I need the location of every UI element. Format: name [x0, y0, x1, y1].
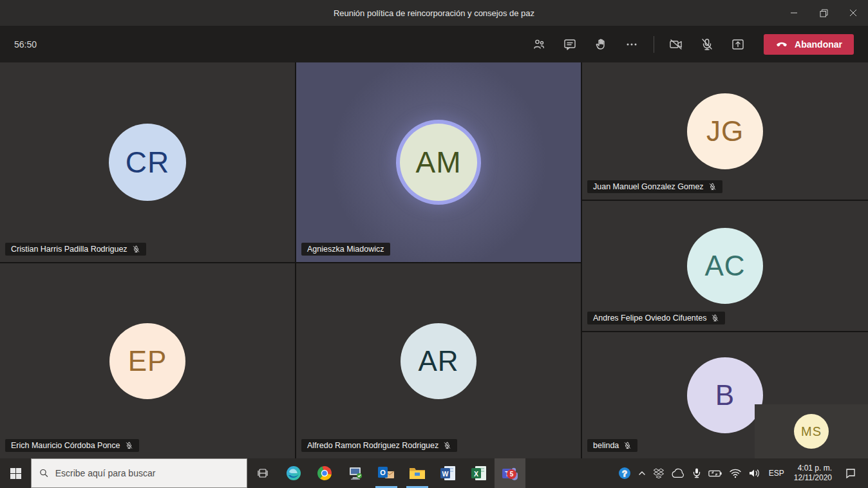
search-input[interactable]	[55, 468, 239, 478]
word-icon: W	[440, 465, 457, 482]
taskbar-word[interactable]: W	[433, 458, 464, 488]
raise-hand-button[interactable]	[585, 32, 616, 57]
taskbar-teams[interactable]: T 5	[495, 458, 525, 488]
mic-toggle-button[interactable]	[692, 32, 722, 57]
outlook-icon: O	[377, 465, 395, 482]
share-screen-button[interactable]	[722, 32, 753, 57]
avatar-initials: B	[715, 379, 735, 411]
mic-muted-icon	[132, 245, 140, 254]
avatar-initials: JG	[706, 115, 744, 147]
avatar-initials: AM	[416, 145, 462, 180]
avatar-initials: AR	[418, 345, 458, 377]
restore-button[interactable]	[809, 0, 838, 26]
avatar-initials: AC	[704, 250, 745, 282]
participant-name-label: Alfredo Ramon Rodriguez Rodriguez	[301, 439, 457, 452]
svg-text:W: W	[442, 470, 449, 478]
chrome-icon	[316, 465, 333, 482]
more-options-button[interactable]	[616, 32, 647, 57]
taskbar-chrome[interactable]	[309, 458, 340, 488]
mic-muted-icon	[711, 314, 719, 323]
dropbox-tray-icon[interactable]	[650, 458, 668, 488]
participant-name-label: Andres Felipe Oviedo Cifuentes	[587, 312, 725, 324]
avatar-initials: EP	[128, 345, 167, 377]
meeting-title: Reunión política de reincorporación y co…	[0, 8, 779, 18]
taskbar-computer[interactable]	[340, 458, 371, 488]
chevron-up-icon	[637, 469, 646, 478]
windows-logo-icon	[10, 468, 21, 479]
volume-tray-icon[interactable]	[745, 458, 764, 488]
participant-name-label: belinda	[587, 439, 637, 452]
toolbar-divider	[654, 36, 654, 53]
call-toolbar: 56:50	[0, 26, 868, 62]
mic-muted-icon	[443, 442, 451, 450]
title-bar: Reunión política de reincorporación y co…	[0, 0, 868, 26]
hang-up-icon	[775, 38, 788, 51]
taskbar-edge[interactable]	[278, 458, 309, 488]
wifi-tray-icon[interactable]	[726, 458, 745, 488]
taskbar-excel[interactable]: X	[464, 458, 495, 488]
system-tray: ?	[615, 458, 868, 488]
excel-icon: X	[471, 465, 487, 482]
svg-text:X: X	[474, 470, 478, 478]
chat-button[interactable]	[554, 32, 585, 57]
dropbox-icon	[653, 467, 665, 479]
participant-name-label: Cristian Harris Padilla Rodriguez	[5, 243, 146, 256]
share-screen-icon	[730, 37, 746, 52]
participant-name-label: Juan Manuel Gonzalez Gomez	[587, 180, 722, 193]
edge-icon	[285, 465, 302, 482]
participant-name-label: Erich Mauricio Córdoba Ponce	[5, 439, 139, 452]
video-grid: CR Cristian Harris Padilla Rodriguez AM …	[0, 62, 868, 458]
avatar: CR	[109, 124, 186, 201]
taskbar-search[interactable]	[31, 458, 247, 488]
participant-tile[interactable]: AC Andres Felipe Oviedo Cifuentes	[582, 201, 868, 331]
minimize-button[interactable]	[779, 0, 809, 26]
avatar-initials: CR	[126, 145, 169, 180]
language-indicator[interactable]: ESP	[764, 469, 789, 478]
tray-expand-button[interactable]	[634, 458, 650, 488]
clock-date: 12/11/2020	[794, 473, 832, 483]
teams-meeting-window: Reunión política de reincorporación y co…	[0, 0, 868, 488]
camera-off-icon	[668, 37, 684, 52]
avatar-initials: MS	[801, 424, 822, 439]
cloud-icon	[671, 468, 685, 478]
participant-tile[interactable]: AR Alfredo Ramon Rodriguez Rodriguez	[296, 263, 581, 458]
participant-tile[interactable]: JG Juan Manuel Gonzalez Gomez	[582, 62, 868, 200]
speaker-icon	[748, 468, 761, 478]
participant-tile[interactable]: CR Cristian Harris Padilla Rodriguez	[0, 62, 295, 262]
taskbar-file-explorer[interactable]	[402, 458, 433, 488]
action-center-button[interactable]	[837, 458, 864, 488]
mic-muted-icon	[623, 442, 632, 450]
onedrive-tray-icon[interactable]	[668, 458, 688, 488]
call-timer: 56:50	[14, 39, 37, 50]
ellipsis-icon	[625, 37, 639, 52]
avatar: AC	[687, 228, 763, 304]
start-button[interactable]	[0, 458, 31, 488]
participant-tile-speaking[interactable]: AM Agnieszka Miadowicz	[296, 62, 581, 262]
battery-tray-icon[interactable]	[705, 458, 726, 488]
task-view-icon	[256, 467, 269, 480]
windows-taskbar: O W X	[0, 458, 868, 488]
microphone-icon	[692, 467, 702, 479]
clock-time: 4:01 p. m.	[794, 464, 832, 473]
avatar: JG	[687, 93, 763, 169]
camera-toggle-button[interactable]	[661, 32, 692, 57]
help-tray-icon[interactable]: ?	[615, 458, 634, 488]
battery-charging-icon	[708, 469, 722, 478]
participants-icon	[532, 37, 546, 52]
help-icon: ?	[618, 467, 631, 480]
mic-tray-icon[interactable]	[688, 458, 705, 488]
search-icon	[39, 468, 49, 478]
file-explorer-icon	[408, 465, 426, 482]
self-view-tile[interactable]: MS	[755, 404, 868, 458]
taskbar-outlook[interactable]: O	[371, 458, 402, 488]
close-button[interactable]	[838, 0, 868, 26]
show-participants-button[interactable]	[524, 32, 554, 57]
task-view-button[interactable]	[247, 458, 278, 488]
avatar: AM	[400, 124, 477, 201]
taskbar-clock[interactable]: 4:01 p. m. 12/11/2020	[789, 464, 837, 483]
wifi-icon	[729, 468, 742, 478]
participant-tile[interactable]: EP Erich Mauricio Córdoba Ponce	[0, 263, 295, 458]
chat-icon	[563, 37, 577, 52]
leave-meeting-button[interactable]: Abandonar	[764, 34, 854, 55]
mic-muted-icon	[699, 37, 715, 52]
